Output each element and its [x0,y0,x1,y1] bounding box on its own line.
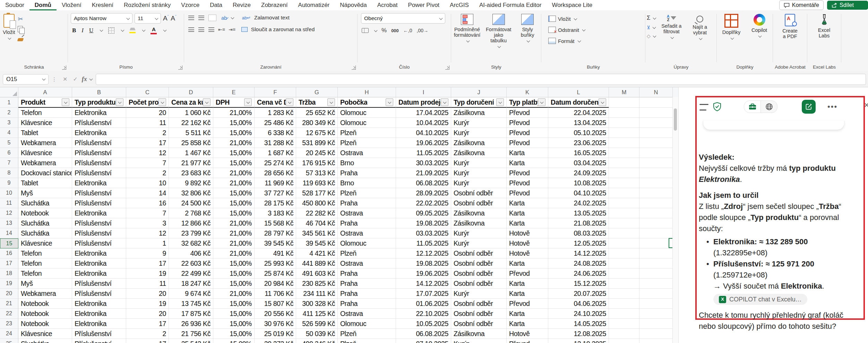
cancel-entry-icon[interactable]: ✕ [63,76,67,82]
insert-function-icon[interactable]: fx [82,76,87,83]
cell[interactable]: 23 683 Kč [169,168,213,178]
cell[interactable]: Praha [338,299,396,309]
cell[interactable]: Notebook [18,299,72,309]
cell[interactable]: 46 704 Kč [296,218,338,228]
cell[interactable]: Převod [507,339,548,343]
cell[interactable]: Webkamera [18,138,72,148]
cell[interactable]: 16.05.2025 [548,148,609,158]
paste-button[interactable]: Vložit [0,12,18,66]
cell[interactable] [609,309,639,319]
cell[interactable] [609,238,639,248]
cell[interactable]: 20.07.2025 [548,289,609,299]
cell[interactable]: 39 545 Kč [296,238,338,248]
cell[interactable]: Elektronika [72,208,126,218]
cell[interactable]: Osobní odběr [451,258,507,269]
row-number[interactable]: 17 [0,258,18,269]
cell[interactable]: 24.06.2025 [548,269,609,279]
cell[interactable] [609,138,639,148]
cell[interactable] [609,208,639,218]
cell[interactable]: 15,00% [213,299,255,309]
underline-button[interactable]: U [89,27,93,34]
cell[interactable]: 12.08.2025 [548,329,609,339]
column-header-B[interactable]: B [72,87,126,97]
cell[interactable]: Elektronika [72,128,126,138]
cell[interactable]: Notebook [18,309,72,319]
cell[interactable]: Příslušenství [72,228,126,238]
row-number[interactable]: 25 [0,339,18,343]
cell[interactable]: 3 183 Kč [255,208,296,218]
cell[interactable]: 531 899 Kč [296,138,338,148]
scrollbar-thumb[interactable] [674,108,677,131]
cell[interactable]: Počet prod [126,97,169,108]
cell[interactable]: Příslušenství [72,238,126,248]
cell[interactable]: 15,00% [213,208,255,218]
cell[interactable] [639,188,673,198]
cell[interactable]: Klávesnice [18,238,72,248]
cell-styles-button[interactable]: Styly buňky [514,12,541,66]
name-box-splitter[interactable]: ⋮ [52,76,57,82]
cell[interactable]: 15,00% [213,128,255,138]
select-all-corner[interactable] [0,87,18,97]
sort-filter-button[interactable]: AZ Seřadit a filtrovat [657,13,686,65]
cell[interactable]: 22 282 Kč [296,208,338,218]
cell[interactable]: 12 [126,148,169,158]
tab-acrobat[interactable]: Acrobat [372,0,403,10]
cell[interactable] [639,118,673,128]
row-number[interactable]: 5 [0,138,18,148]
cell[interactable]: Karta [507,258,548,269]
cell[interactable]: 03.04.2025 [548,158,609,168]
cell[interactable]: Notebook [18,319,72,329]
cell[interactable]: 5 511 Kč [169,128,213,138]
cell[interactable]: Sluchátka [18,228,72,238]
cell[interactable]: Pobočka [338,97,396,108]
cell[interactable] [639,339,673,343]
close-icon[interactable]: ✕ [864,101,868,109]
cell[interactable]: 11 [126,279,169,289]
cell[interactable]: 24.09.2025 [548,168,609,178]
percent-style-icon[interactable]: % [381,27,387,34]
cell[interactable]: Cena vč D [255,97,296,108]
cell[interactable]: Osobní odběr [451,299,507,309]
cell[interactable]: 9 892 Kč [169,178,213,188]
cell[interactable]: Kurýr [451,228,507,238]
cell[interactable]: Převod [507,269,548,279]
cell[interactable]: 22 162 Kč [169,118,213,128]
column-header-L[interactable]: L [548,87,609,97]
tab-zobrazen-[interactable]: Zobrazení [256,0,293,10]
cell[interactable]: 05.10.2025 [548,128,609,138]
font-name-select[interactable]: Aptos Narrow [71,13,132,24]
cell[interactable]: 406 Kč [169,248,213,258]
cell[interactable]: 18 247 Kč [169,279,213,289]
cell[interactable] [639,218,673,228]
filter-button[interactable] [158,98,166,106]
tab-soubor[interactable]: Soubor [0,0,29,10]
cell[interactable]: Praha [338,168,396,178]
tab-arcgis[interactable]: ArcGIS [445,0,474,10]
cell[interactable] [609,178,639,188]
source-chip[interactable]: X COPILOT chat v Excelu… [713,294,807,305]
cell[interactable]: 19.06.2025 [396,138,451,148]
cell[interactable] [639,178,673,188]
cell[interactable]: Karta [507,319,548,329]
row-number[interactable]: 21 [0,299,18,309]
cell[interactable]: 20 245 Kč [296,148,338,158]
formula-input[interactable] [96,74,866,85]
filter-button[interactable] [599,98,606,106]
find-select-button[interactable]: Najít a vybrat [687,13,713,65]
cell[interactable]: 26 936 Kč [169,319,213,329]
cell[interactable]: 28.09.2025 [396,188,451,198]
cell[interactable]: 12 866 Kč [169,218,213,228]
column-header-H[interactable]: H [338,87,396,97]
cell[interactable] [639,319,673,329]
cell[interactable]: 21 977 Kč [169,158,213,168]
cell[interactable]: 28 656 Kč [255,168,296,178]
cell[interactable]: Hotově [507,329,548,339]
tab-workspace-lite[interactable]: Workspace Lite [547,0,598,10]
cell[interactable]: Plzeň [338,339,396,343]
cell[interactable]: Převod [507,138,548,148]
fill-button[interactable]: ⊻ [647,25,656,30]
column-header-K[interactable]: K [507,87,548,97]
cell[interactable]: 28 175 Kč [255,198,296,208]
tab-n-pov-da[interactable]: Nápověda [335,0,372,10]
tab-revize[interactable]: Revize [227,0,256,10]
